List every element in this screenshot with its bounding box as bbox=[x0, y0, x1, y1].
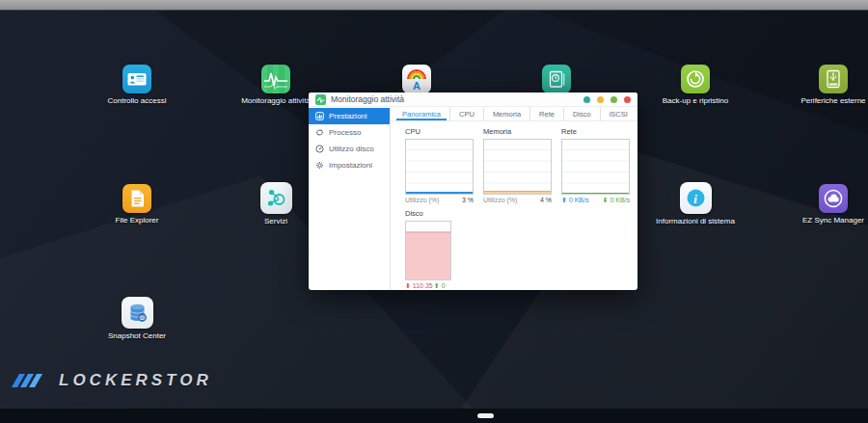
svg-text:i: i bbox=[693, 192, 697, 206]
maximize-button[interactable] bbox=[610, 96, 617, 103]
external-drive-icon bbox=[819, 65, 848, 93]
window-body: Prestazioni Processo bbox=[309, 107, 637, 290]
window-title: Monitoraggio attività bbox=[331, 94, 579, 104]
window-sidebar: Prestazioni Processo bbox=[309, 107, 391, 290]
disco-chart-plot bbox=[405, 221, 451, 280]
window-main: Panoramica CPU Memoria Rete Disco iSCSI … bbox=[391, 107, 637, 290]
icon-label: EZ Sync Manager bbox=[802, 216, 864, 225]
desktop-icon-informazioni-sistema[interactable]: i Informazioni di sistema bbox=[652, 182, 739, 225]
desktop-screen: Controllo accessi Monitoraggio attività … bbox=[0, 0, 868, 423]
icon-label: Back-up e ripristino bbox=[663, 96, 728, 105]
icon-label: Snapshot Center bbox=[108, 331, 166, 340]
performance-icon bbox=[315, 112, 324, 120]
tab-bar: Panoramica CPU Memoria Rete Disco iSCSI bbox=[391, 107, 637, 121]
icon-label: File Explorer bbox=[116, 216, 159, 225]
tab-cpu[interactable]: CPU bbox=[449, 107, 483, 120]
id-card-icon bbox=[122, 65, 151, 93]
disco-area-series bbox=[406, 222, 451, 279]
file-explorer-icon bbox=[122, 184, 151, 213]
sidebar-item-label: Processo bbox=[329, 128, 361, 137]
activity-monitor-window: Monitoraggio attività Prestazioni bbox=[309, 93, 637, 290]
rete-chart: Rete 0 KB/s 0 KB/s bbox=[561, 127, 630, 204]
memoria-footer-label: Utilizzo (%) bbox=[483, 197, 517, 203]
download-rate: 0 KB/s bbox=[603, 197, 630, 204]
process-icon bbox=[315, 128, 324, 137]
cloud-sync-icon bbox=[819, 184, 848, 213]
bottom-bar bbox=[0, 409, 868, 423]
log-book-icon bbox=[542, 65, 571, 93]
snapshot-center-icon bbox=[122, 297, 153, 329]
tab-iscsi[interactable]: iSCSI bbox=[600, 107, 637, 120]
icon-label: Servizi bbox=[264, 217, 287, 225]
memoria-chart: Memoria Utilizzo (%) 4 % bbox=[483, 127, 552, 204]
sidebar-item-impostazioni[interactable]: Impostazioni bbox=[309, 157, 390, 173]
memoria-value: 4 % bbox=[540, 197, 552, 203]
activity-monitor-icon bbox=[261, 65, 290, 93]
desktop-icon-snapshot-center[interactable]: Snapshot Center bbox=[94, 297, 180, 340]
rete-chart-title: Rete bbox=[561, 127, 630, 136]
desktop-icon-backup-ripristino[interactable]: Back-up e ripristino bbox=[652, 65, 739, 105]
disk-write-rate: 110.35 MB/s bbox=[405, 282, 434, 290]
desktop-icon-file-explorer[interactable]: File Explorer bbox=[94, 184, 180, 225]
logo-text: LOCKERSTOR bbox=[59, 371, 212, 390]
upload-rate: 0 KB/s bbox=[561, 197, 588, 204]
memoria-chart-plot bbox=[483, 139, 552, 195]
memoria-chart-title: Memoria bbox=[483, 127, 552, 136]
sidebar-item-utilizzo-disco[interactable]: Utilizzo disco bbox=[309, 141, 390, 157]
taskbar-handle[interactable] bbox=[477, 413, 494, 418]
desktop-icon-servizi[interactable]: Servizi bbox=[232, 182, 319, 225]
tab-rete[interactable]: Rete bbox=[529, 107, 563, 120]
icon-label: Monitoraggio attività bbox=[241, 96, 311, 105]
window-controls bbox=[583, 96, 631, 103]
window-app-icon bbox=[315, 94, 326, 105]
memoria-series-line bbox=[484, 191, 551, 194]
disk-read-rate: 0 KB/s bbox=[434, 282, 451, 290]
top-bar bbox=[0, 0, 868, 11]
cpu-value: 3 % bbox=[462, 197, 474, 203]
sidebar-item-processo[interactable]: Processo bbox=[309, 124, 390, 141]
restore-icon bbox=[681, 65, 710, 93]
tab-memoria[interactable]: Memoria bbox=[483, 107, 529, 120]
lockerstor-logo: LOCKERSTOR bbox=[12, 371, 212, 390]
window-title-bar[interactable]: Monitoraggio attività bbox=[309, 93, 637, 107]
close-button[interactable] bbox=[624, 96, 631, 103]
rete-chart-plot bbox=[561, 139, 630, 195]
tab-panoramica[interactable]: Panoramica bbox=[393, 107, 449, 120]
icon-label: Periferiche esterne bbox=[800, 96, 865, 105]
cpu-chart: CPU Utilizzo (%) 3 % bbox=[405, 127, 474, 204]
settings-gear-icon bbox=[315, 161, 324, 170]
desktop-icon-controllo-accessi[interactable]: Controllo accessi bbox=[94, 65, 180, 105]
charts-row: CPU Utilizzo (%) 3 % Memoria Utilizzo (%… bbox=[391, 121, 637, 204]
svg-text:A: A bbox=[413, 80, 420, 92]
logo-slashes-icon bbox=[12, 372, 50, 389]
disco-chart: Disco 110.35 MB/s 0 KB/s bbox=[391, 204, 459, 290]
sidebar-item-prestazioni[interactable]: Prestazioni bbox=[309, 108, 390, 124]
system-info-icon: i bbox=[680, 182, 712, 214]
services-icon bbox=[260, 182, 292, 214]
cpu-series-line bbox=[406, 192, 473, 194]
disk-usage-icon bbox=[315, 145, 324, 153]
cpu-chart-plot bbox=[405, 139, 474, 195]
minimize-button[interactable] bbox=[597, 96, 604, 103]
desktop-icon-ez-sync-manager[interactable]: EZ Sync Manager bbox=[790, 184, 868, 225]
tab-disco[interactable]: Disco bbox=[563, 107, 600, 120]
icon-label: Controllo accessi bbox=[108, 96, 167, 105]
rete-series-line bbox=[562, 193, 629, 195]
sidebar-item-label: Prestazioni bbox=[329, 112, 367, 120]
desktop-icon-periferiche-esterne[interactable]: Periferiche esterne bbox=[790, 65, 868, 105]
cpu-chart-title: CPU bbox=[405, 127, 474, 136]
icon-label: Informazioni di sistema bbox=[656, 217, 735, 225]
sidebar-item-label: Utilizzo disco bbox=[329, 145, 374, 153]
disco-chart-title: Disco bbox=[405, 209, 451, 218]
sidebar-item-label: Impostazioni bbox=[329, 161, 372, 170]
app-central-icon: A bbox=[402, 65, 431, 93]
cpu-footer-label: Utilizzo (%) bbox=[405, 197, 439, 203]
desktop-icon-monitoraggio-attivita[interactable]: Monitoraggio attività bbox=[232, 65, 319, 105]
pin-window-button[interactable] bbox=[583, 96, 590, 103]
